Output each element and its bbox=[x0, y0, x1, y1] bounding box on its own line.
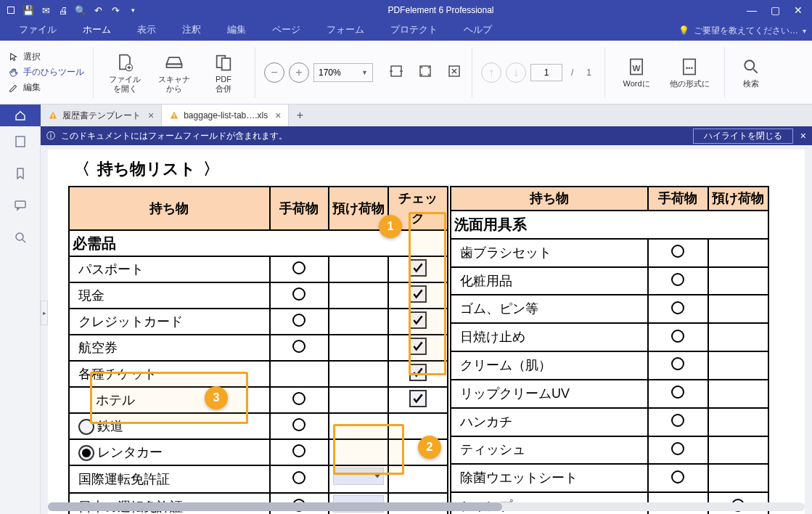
actual-size-button[interactable] bbox=[446, 62, 463, 82]
hand-cell bbox=[270, 413, 329, 439]
thumbnails-icon[interactable] bbox=[12, 134, 28, 150]
lookup-icon[interactable]: 🔍 bbox=[73, 2, 89, 18]
radio-button[interactable] bbox=[78, 445, 94, 461]
menu-protect[interactable]: プロテクト bbox=[377, 19, 451, 43]
hand-cell bbox=[270, 309, 329, 335]
save-icon[interactable]: 💾 bbox=[20, 2, 36, 18]
undo-icon[interactable]: ↶ bbox=[90, 2, 106, 18]
mark-cell[interactable] bbox=[388, 282, 448, 309]
mark-cell[interactable] bbox=[388, 335, 448, 361]
checkbox[interactable] bbox=[409, 338, 427, 355]
menu-file[interactable]: ファイル bbox=[6, 19, 70, 43]
bookmarks-icon[interactable] bbox=[12, 166, 28, 181]
zoom-in-button[interactable]: + bbox=[289, 62, 309, 83]
tables-wrap: 持ち物 手荷物 預け荷物 チェック 必需品 パスポート 現金 クレジットカード … bbox=[68, 186, 784, 514]
page-number-input[interactable]: 1 bbox=[530, 64, 562, 81]
help-hint-text: ご要望を教えてください… bbox=[694, 25, 798, 37]
from-scanner-button[interactable]: スキャナ から bbox=[152, 52, 197, 92]
other-format-button[interactable]: ••• 他の形式に bbox=[663, 56, 715, 88]
doc-tab-1[interactable]: 履歴書テンプレート × bbox=[41, 105, 162, 126]
print-icon[interactable]: 🖨 bbox=[55, 2, 71, 18]
close-highlight-button[interactable]: ハイライトを閉じる bbox=[693, 128, 793, 144]
close-tab-icon[interactable]: × bbox=[148, 110, 154, 121]
prev-section-icon[interactable]: 〈 bbox=[74, 158, 90, 180]
scrollbar-thumb[interactable] bbox=[48, 502, 502, 511]
tool-hand[interactable]: 手のひらツール bbox=[7, 66, 84, 79]
item-cell: クレジットカード bbox=[69, 309, 270, 335]
mark-cell bbox=[388, 465, 448, 493]
item-cell: ティッシュ bbox=[451, 436, 648, 465]
item-cell: ゴム、ピン等 bbox=[451, 295, 648, 323]
hand-cell bbox=[648, 295, 708, 323]
app-menu-button[interactable] bbox=[3, 2, 19, 18]
comments-icon[interactable] bbox=[12, 197, 28, 213]
horizontal-scrollbar[interactable] bbox=[48, 502, 805, 511]
doc-tab-2[interactable]: baggage-list-tab….xls × bbox=[162, 105, 289, 126]
menu-page[interactable]: ページ bbox=[259, 19, 313, 43]
mark-cell bbox=[388, 413, 448, 439]
mark-cell[interactable] bbox=[388, 256, 448, 282]
check-cell bbox=[708, 239, 768, 267]
next-page-button[interactable]: ↓ bbox=[506, 62, 526, 83]
edit-icon bbox=[7, 81, 20, 94]
svg-text:W: W bbox=[633, 63, 641, 73]
redo-icon[interactable]: ↷ bbox=[107, 2, 123, 18]
mail-icon[interactable]: ✉ bbox=[38, 2, 54, 18]
fit-page-button[interactable] bbox=[417, 62, 434, 82]
home-tab[interactable] bbox=[0, 105, 41, 126]
to-word-button[interactable]: W Wordに bbox=[614, 56, 659, 88]
help-hint[interactable]: 💡 ご要望を教えてください… ▾ bbox=[678, 25, 806, 37]
hand-cell bbox=[270, 387, 329, 413]
dropdown-field[interactable] bbox=[333, 468, 384, 485]
minimize-button[interactable]: — bbox=[741, 3, 763, 17]
maximize-button[interactable]: ▢ bbox=[764, 3, 786, 17]
check-cell bbox=[329, 282, 388, 309]
checkbox[interactable] bbox=[409, 390, 427, 407]
close-infobar-icon[interactable]: × bbox=[800, 130, 806, 142]
tool-edit[interactable]: 編集 bbox=[7, 81, 84, 94]
item-cell: パスポート bbox=[69, 256, 270, 282]
prev-page-button[interactable]: ↑ bbox=[481, 62, 501, 83]
ribbon: 選択 手のひらツール 編集 ファイル を開く スキャナ から PDF 合併 − … bbox=[0, 41, 812, 105]
pdf-merge-button[interactable]: PDF 合併 bbox=[201, 52, 246, 92]
menu-help[interactable]: ヘルプ bbox=[451, 19, 505, 43]
checkbox[interactable] bbox=[409, 259, 427, 277]
checkbox[interactable] bbox=[409, 311, 427, 329]
search-panel-icon[interactable] bbox=[12, 229, 28, 245]
tool-select[interactable]: 選択 bbox=[7, 51, 84, 64]
menu-view[interactable]: 表示 bbox=[124, 19, 169, 43]
open-file-button[interactable]: ファイル を開く bbox=[102, 52, 147, 92]
menu-home[interactable]: ホーム bbox=[70, 19, 124, 43]
close-tab-icon[interactable]: × bbox=[275, 110, 281, 121]
search-button[interactable]: 検索 bbox=[734, 56, 768, 88]
info-icon: ⓘ bbox=[46, 130, 55, 142]
hand-cell bbox=[648, 267, 708, 295]
svg-rect-17 bbox=[16, 136, 25, 147]
menu-edit[interactable]: 編集 bbox=[214, 19, 259, 43]
menu-comment[interactable]: 注釈 bbox=[169, 19, 214, 43]
mark-cell[interactable] bbox=[388, 309, 448, 335]
zoom-level[interactable]: 170%▼ bbox=[313, 63, 373, 82]
other-format-label: 他の形式に bbox=[670, 79, 710, 88]
qat-dropdown-icon[interactable]: ▾ bbox=[125, 2, 141, 18]
radio-button[interactable] bbox=[78, 419, 94, 435]
annotation-badge-2: 2 bbox=[418, 436, 441, 459]
new-tab-button[interactable]: + bbox=[289, 105, 311, 126]
svg-rect-2 bbox=[167, 65, 182, 68]
hand-cell bbox=[648, 380, 708, 408]
next-section-icon[interactable]: 〉 bbox=[203, 158, 219, 180]
zoom-out-button[interactable]: − bbox=[264, 62, 284, 83]
help-hint-chevron: ▾ bbox=[803, 27, 806, 35]
item-cell: ハンカチ bbox=[451, 408, 648, 436]
fit-width-button[interactable] bbox=[387, 62, 405, 82]
checkbox[interactable] bbox=[409, 364, 427, 381]
mark-cell[interactable] bbox=[388, 387, 448, 413]
close-button[interactable]: ✕ bbox=[787, 3, 809, 17]
checkbox[interactable] bbox=[409, 285, 427, 303]
menu-form[interactable]: フォーム bbox=[313, 19, 377, 43]
file-open-icon bbox=[114, 52, 136, 73]
sidebar-collapse-handle[interactable]: ▸ bbox=[41, 301, 48, 325]
mark-cell[interactable] bbox=[388, 361, 448, 387]
hand-cell bbox=[270, 335, 329, 361]
page-total: 1 bbox=[586, 68, 591, 78]
